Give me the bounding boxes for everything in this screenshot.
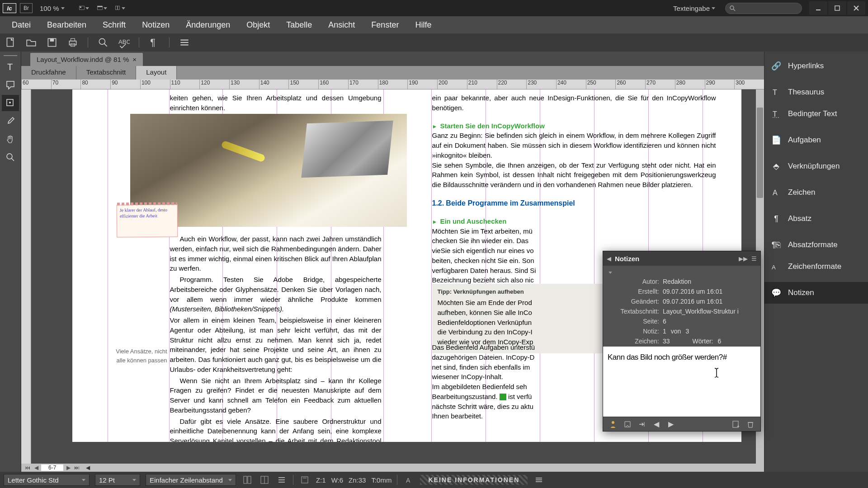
- new-note-button[interactable]: +: [730, 419, 742, 430]
- zoom-tool[interactable]: [2, 149, 19, 165]
- open-doc-icon[interactable]: [25, 37, 37, 48]
- tab-textabschnitt[interactable]: Textabschnitt: [76, 66, 137, 80]
- bridge-icon[interactable]: Br: [20, 3, 33, 13]
- column-split-icon[interactable]: [259, 474, 270, 486]
- menu-ansicht[interactable]: Ansicht: [320, 16, 363, 33]
- delete-note-button[interactable]: [744, 419, 757, 430]
- column-span-icon[interactable]: [241, 474, 253, 486]
- note-created: 09.07.2016 um 16:01: [663, 288, 755, 295]
- toolbox: T: [0, 52, 21, 472]
- position-tool[interactable]: [2, 95, 19, 111]
- font-family-dropdown[interactable]: Letter Gothic Std: [4, 474, 90, 486]
- tab-layout[interactable]: Layout: [136, 66, 177, 80]
- menu-datei[interactable]: Datei: [4, 16, 39, 33]
- workspace-label: Texteingabe: [673, 5, 710, 12]
- view-options-icon[interactable]: [79, 3, 89, 13]
- vertical-align-icon[interactable]: [299, 474, 311, 486]
- panel-character[interactable]: AZeichen: [764, 182, 868, 203]
- next-note-button[interactable]: ▶: [665, 419, 677, 430]
- prev-page-button[interactable]: ◀: [33, 465, 40, 471]
- horizontal-scrollbar[interactable]: ◀: [86, 465, 761, 471]
- panel-character-styles[interactable]: AZeichenformate: [764, 256, 868, 277]
- screen-mode-icon[interactable]: [97, 3, 107, 13]
- vertical-ruler[interactable]: [21, 89, 31, 464]
- links-icon: ⬘: [771, 161, 782, 172]
- type-tool[interactable]: T: [2, 59, 19, 75]
- panel-assignments[interactable]: 📄Aufgaben: [764, 129, 868, 151]
- menu-schrift[interactable]: Schrift: [94, 16, 134, 33]
- search-input[interactable]: [725, 3, 802, 14]
- panel-thesaurus[interactable]: TThesaurus: [764, 81, 868, 103]
- font-size-dropdown[interactable]: 12 Pt: [95, 474, 140, 486]
- menu-hilfe[interactable]: Hilfe: [407, 16, 439, 33]
- panel-menu-icon[interactable]: [533, 474, 545, 486]
- page-navigation: ⏮ ◀ 6-7 ▶ ⏭ ◀: [21, 464, 764, 472]
- svg-point-48: [612, 421, 614, 424]
- tab-druckfahne[interactable]: Druckfahne: [21, 66, 76, 80]
- chevron-down-icon: [61, 7, 65, 9]
- menu-bearbeiten[interactable]: Bearbeiten: [39, 16, 94, 33]
- leading-dropdown[interactable]: Einfacher Zeilenabstand: [146, 474, 236, 486]
- svg-rect-36: [248, 476, 251, 483]
- print-icon[interactable]: [67, 37, 79, 48]
- close-tab-icon[interactable]: ×: [132, 56, 137, 63]
- body-text[interactable]: keiten gehen, wie Sie Ihren Arbeitsplatz…: [170, 93, 382, 113]
- panel-menu-icon[interactable]: [179, 37, 190, 48]
- panel-hyperlinks[interactable]: 🔗Hyperlinks: [764, 55, 868, 77]
- svg-rect-14: [50, 38, 54, 42]
- hand-tool[interactable]: [2, 131, 19, 147]
- note-tool[interactable]: [2, 77, 19, 93]
- align-justify-icon[interactable]: [276, 474, 288, 486]
- note-content[interactable]: Kann das Bild noch größer werden?#: [603, 347, 760, 417]
- prev-note-button[interactable]: ◀: [650, 419, 663, 430]
- note-author: Redaktion: [663, 278, 755, 285]
- panel-links[interactable]: ⬘Verknüpfungen: [764, 155, 868, 177]
- minimize-button[interactable]: [809, 1, 827, 15]
- go-to-note-icon[interactable]: [636, 419, 648, 430]
- pilcrow-icon[interactable]: ¶: [148, 37, 160, 48]
- zoom-level-dropdown[interactable]: 100 %: [36, 5, 68, 12]
- chevron-down-icon[interactable]: [609, 272, 612, 274]
- sticky-note[interactable]: Je klarer der Ablauf, desto effizienter …: [116, 204, 178, 237]
- horizontal-ruler[interactable]: 6070809010011012013014015016017018019020…: [21, 80, 764, 89]
- next-page-button[interactable]: ▶: [65, 465, 72, 471]
- first-page-button[interactable]: ⏮: [24, 465, 31, 471]
- save-icon[interactable]: [46, 37, 58, 48]
- chevron-down-icon: [712, 7, 715, 9]
- menu-tabelle[interactable]: Tabelle: [278, 16, 320, 33]
- svg-text:A: A: [772, 264, 776, 271]
- svg-line-19: [104, 43, 107, 47]
- svg-rect-3: [97, 6, 102, 7]
- arrange-icon[interactable]: [115, 3, 125, 13]
- document-tab[interactable]: Layout_Workflow.indd @ 81 % ×: [30, 53, 143, 66]
- close-button[interactable]: [847, 1, 865, 15]
- page-left: keiten gehen, wie Sie Ihren Arbeitsplatz…: [72, 89, 407, 442]
- panel-paragraph-styles[interactable]: ¶⎘Absatzformate: [764, 234, 868, 256]
- page-number-field[interactable]: 6-7: [41, 465, 63, 471]
- menu-notizen[interactable]: Notizen: [134, 16, 178, 33]
- status-words: W:6: [331, 476, 343, 484]
- new-doc-icon[interactable]: [5, 37, 16, 48]
- svg-text:T: T: [7, 62, 13, 72]
- menu-fenster[interactable]: Fenster: [363, 16, 407, 33]
- notes-panel-header[interactable]: ◀ Notizen ▶▶ ☰: [603, 251, 760, 266]
- collapse-right-icon[interactable]: ▶▶: [739, 255, 748, 262]
- menu-objekt[interactable]: Objekt: [238, 16, 278, 33]
- panel-paragraph[interactable]: ¶Absatz: [764, 208, 868, 230]
- maximize-button[interactable]: [828, 1, 846, 15]
- info-icon[interactable]: A: [403, 474, 415, 486]
- go-to-anchor-icon[interactable]: [621, 419, 634, 430]
- body-text[interactable]: Auch ein Workflow, der passt, kann nach …: [170, 234, 382, 442]
- collapse-left-icon[interactable]: ◀: [607, 255, 611, 262]
- toolbox-grip[interactable]: [4, 55, 17, 57]
- workspace-switcher[interactable]: Texteingabe: [670, 5, 719, 12]
- panel-notes[interactable]: 💬Notizen: [764, 282, 868, 304]
- user-color-icon[interactable]: [607, 419, 619, 430]
- panel-conditional-text[interactable]: TBedingter Text: [764, 103, 868, 125]
- menu-aenderungen[interactable]: Änderungen: [178, 16, 238, 33]
- panel-menu-icon[interactable]: ☰: [751, 255, 757, 262]
- spellcheck-icon[interactable]: ABC: [118, 37, 130, 48]
- eyedropper-tool[interactable]: [2, 113, 19, 129]
- find-icon[interactable]: [97, 37, 109, 48]
- last-page-button[interactable]: ⏭: [73, 465, 80, 471]
